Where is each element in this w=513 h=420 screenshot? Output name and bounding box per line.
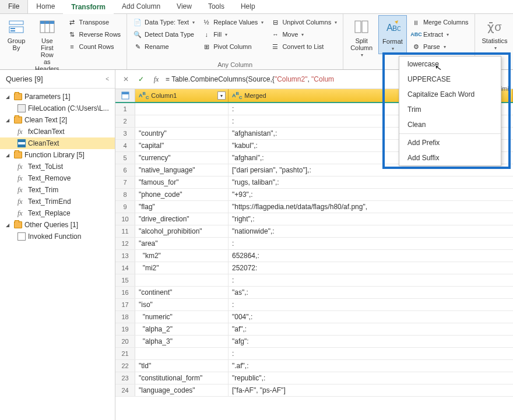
query-group[interactable]: ◢Function Library [5]	[0, 149, 115, 161]
query-item[interactable]: fxText_TrimEnd	[0, 196, 115, 207]
cell[interactable]: "right",:	[229, 213, 513, 225]
cell[interactable]: "alpha_3"	[135, 336, 229, 347]
table-row[interactable]: 16"continent""as",:	[115, 287, 513, 299]
split-column-button[interactable]: Split Column	[347, 15, 376, 60]
cell[interactable]: :	[229, 348, 513, 359]
row-number[interactable]: 4	[115, 140, 135, 151]
group-by-button[interactable]: Group By	[3, 15, 29, 54]
cell[interactable]: "republic",:	[229, 372, 513, 384]
row-number[interactable]: 13	[115, 250, 135, 262]
cell[interactable]: "currency"	[135, 152, 229, 164]
format-add-prefix[interactable]: Add Prefix	[399, 135, 501, 150]
table-row[interactable]: 21:	[115, 348, 513, 360]
table-row[interactable]: 20 "alpha_3""afg":	[115, 336, 513, 348]
column-filter-icon[interactable]: ▾	[217, 91, 226, 100]
move-button[interactable]: ↔Move	[268, 29, 339, 40]
row-number[interactable]: 19	[115, 323, 135, 335]
cell[interactable]: "as",:	[229, 287, 513, 298]
cell[interactable]: "flag"	[135, 201, 229, 213]
cell[interactable]: "capital"	[135, 140, 229, 151]
query-item[interactable]: FileLocation (C:\Users\L...	[0, 103, 115, 114]
cell[interactable]: "+93",:	[229, 189, 513, 200]
cell[interactable]: "language_codes"	[135, 384, 229, 396]
cell[interactable]: "constitutional_form"	[135, 372, 229, 384]
menu-file[interactable]: File	[0, 0, 28, 13]
queries-header[interactable]: Queries [9] <	[0, 70, 115, 89]
row-number[interactable]: 18	[115, 311, 135, 323]
query-group[interactable]: ◢Clean Text [2]	[0, 114, 115, 126]
cell[interactable]: "af",:	[229, 323, 513, 335]
column-header-1[interactable]: ABC Column1 ▾	[135, 89, 229, 102]
cell[interactable]: "country"	[135, 128, 229, 139]
table-row[interactable]: 7"famous_for""rugs, taliban",:	[115, 177, 513, 189]
replace-values-button[interactable]: ½Replace Values	[199, 16, 266, 28]
fill-button[interactable]: ↓Fill	[199, 29, 266, 40]
format-uppercase[interactable]: UPPERCASE	[399, 72, 501, 87]
row-number[interactable]: 17	[115, 299, 135, 310]
query-group[interactable]: ◢Other Queries [1]	[0, 219, 115, 231]
table-row[interactable]: 8"phone_code""+93",:	[115, 189, 513, 201]
cell[interactable]: "native_language"	[135, 164, 229, 176]
row-number[interactable]: 22	[115, 360, 135, 372]
table-row[interactable]: 19 "alpha_2""af",:	[115, 323, 513, 336]
table-row[interactable]: 14 "mi2"252072:	[115, 262, 513, 274]
cell[interactable]: ".af",:	[229, 360, 513, 372]
row-number[interactable]: 5	[115, 152, 135, 164]
menu-help[interactable]: Help	[233, 0, 263, 13]
row-number[interactable]: 20	[115, 336, 135, 347]
cell[interactable]: :	[229, 274, 513, 286]
cancel-formula-button[interactable]: ✕	[120, 73, 132, 85]
unpivot-columns-button[interactable]: ⊟Unpivot Columns	[268, 16, 339, 28]
row-number[interactable]: 10	[115, 213, 135, 225]
select-all-corner[interactable]	[115, 89, 135, 102]
cell[interactable]	[135, 115, 229, 127]
cell[interactable]: "iso"	[135, 299, 229, 310]
table-row[interactable]: 11"alcohol_prohibition""nationwide",:	[115, 225, 513, 238]
cell[interactable]: "004",:	[229, 311, 513, 323]
rename-button[interactable]: ✎Rename	[131, 41, 197, 52]
row-number[interactable]: 7	[115, 177, 135, 188]
format-clean[interactable]: Clean	[399, 117, 501, 132]
apply-formula-button[interactable]: ✓	[135, 73, 147, 85]
cell[interactable]: "alcohol_prohibition"	[135, 225, 229, 237]
table-row[interactable]: 9"flag""https://flagpedia.net/data/flags…	[115, 201, 513, 213]
cell[interactable]: "tld"	[135, 360, 229, 372]
data-type-button[interactable]: 📄Data Type: Text	[131, 16, 197, 28]
query-item[interactable]: fxText_Remove	[0, 172, 115, 184]
cell[interactable]	[135, 103, 229, 115]
reverse-rows-button[interactable]: ⇅Reverse Rows	[65, 29, 124, 40]
query-group[interactable]: ◢Parameters [1]	[0, 91, 115, 103]
cell[interactable]: "continent"	[135, 287, 229, 298]
table-row[interactable]: 13 "km2"652864,:	[115, 250, 513, 262]
format-button[interactable]: ABC Format	[378, 15, 407, 54]
query-item[interactable]: fxText_Replace	[0, 207, 115, 219]
row-number[interactable]: 2	[115, 115, 135, 127]
format-capitalize[interactable]: Capitalize Each Word	[399, 87, 501, 102]
menu-tools[interactable]: Tools	[200, 0, 233, 13]
cell[interactable]: "afg":	[229, 336, 513, 347]
merge-columns-button[interactable]: ⫼Merge Columns	[409, 16, 471, 28]
row-number[interactable]: 23	[115, 372, 135, 384]
table-row[interactable]: 22"tld"".af",:	[115, 360, 513, 372]
query-item[interactable]: fxfxCleanText	[0, 126, 115, 137]
table-row[interactable]: 24"language_codes"["fa-AF", "ps-AF"]	[115, 384, 513, 397]
menu-transform[interactable]: Transform	[63, 1, 114, 14]
detect-data-type-button[interactable]: 🔍Detect Data Type	[131, 29, 197, 40]
row-number[interactable]: 24	[115, 384, 135, 396]
row-number[interactable]: 8	[115, 189, 135, 200]
count-rows-button[interactable]: ≡Count Rows	[65, 41, 124, 52]
row-number[interactable]: 1	[115, 103, 135, 115]
query-item[interactable]: fxText_Trim	[0, 184, 115, 196]
transpose-button[interactable]: ⇄Transpose	[65, 16, 124, 28]
row-number[interactable]: 14	[115, 262, 135, 274]
cell[interactable]	[135, 274, 229, 286]
row-number[interactable]: 15	[115, 274, 135, 286]
cell[interactable]: :	[229, 238, 513, 249]
cell[interactable]: "km2"	[135, 250, 229, 262]
format-add-suffix[interactable]: Add Suffix	[399, 150, 501, 165]
table-row[interactable]: 10"drive_direction""right",:	[115, 213, 513, 225]
row-number[interactable]: 16	[115, 287, 135, 298]
table-row[interactable]: 23"constitutional_form""republic",:	[115, 372, 513, 384]
format-lowercase[interactable]: lowercase	[399, 57, 501, 72]
table-row[interactable]: 17"iso":	[115, 299, 513, 311]
